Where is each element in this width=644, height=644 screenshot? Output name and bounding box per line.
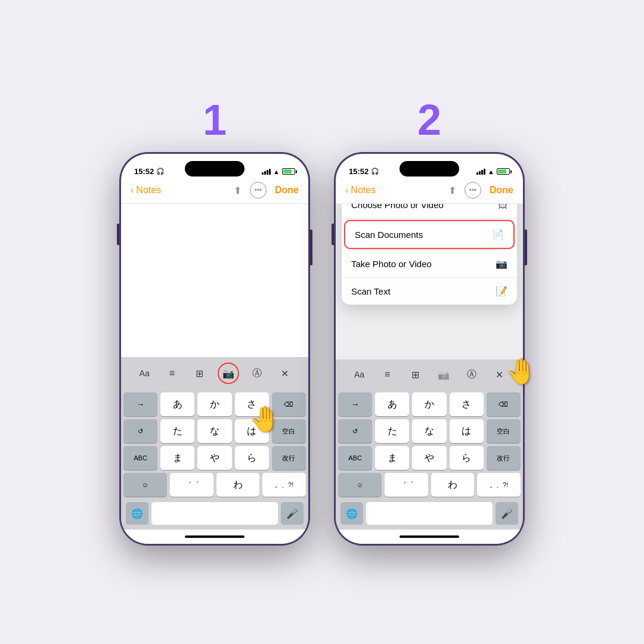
- popup-item-choose[interactable]: Choose Photo or Video 🖼: [342, 204, 517, 218]
- more-button-2[interactable]: •••: [465, 182, 481, 199]
- kb-wa-2[interactable]: わ: [431, 473, 475, 497]
- markup-button-2[interactable]: Ⓐ: [462, 365, 481, 384]
- kb-arrow-1[interactable]: →: [123, 392, 157, 416]
- kb-row2-2: ↺ た な は 空白: [338, 419, 521, 443]
- note-content-1[interactable]: [121, 204, 308, 357]
- kb-a-2[interactable]: あ: [375, 392, 409, 416]
- popup-scan-icon: 📄: [492, 228, 504, 240]
- toolbar-2: Aa ≡ ⊞ 📷 Ⓐ ✕: [336, 360, 523, 389]
- kb-ya-1[interactable]: や: [197, 446, 231, 470]
- popup-item-photo[interactable]: Take Photo or Video 📷: [342, 250, 517, 277]
- list-button-1[interactable]: ≡: [162, 364, 181, 383]
- kb-ra-2[interactable]: ら: [450, 446, 484, 470]
- camera-button-2[interactable]: 📷: [434, 365, 453, 384]
- battery-2: [497, 168, 510, 175]
- kb-mic-2[interactable]: 🎤: [496, 502, 518, 525]
- popup-text-icon: 📝: [496, 285, 507, 296]
- kb-a-1[interactable]: あ: [160, 392, 194, 416]
- kb-ha-2[interactable]: は: [450, 419, 484, 443]
- font-button-2[interactable]: Aa: [350, 365, 369, 384]
- kb-na-1[interactable]: な: [197, 419, 231, 443]
- time-2: 15:52: [349, 167, 369, 176]
- kb-spacebar-1[interactable]: [151, 502, 278, 525]
- kb-ya-2[interactable]: や: [412, 446, 446, 470]
- kb-mic-1[interactable]: 🎤: [281, 502, 304, 525]
- table-button-2[interactable]: ⊞: [406, 365, 425, 384]
- popup-photo-icon: 📷: [496, 258, 507, 269]
- share-icon-2[interactable]: ⬆: [448, 185, 456, 196]
- popup-text-label: Scan Text: [351, 286, 391, 296]
- kb-enter-2[interactable]: 改行: [487, 446, 521, 470]
- share-icon-1[interactable]: ⬆: [234, 185, 242, 196]
- step-2-number: 2: [417, 98, 441, 141]
- kb-row4-1: ☺ ゛゜ わ 。、?!: [123, 473, 306, 497]
- kb-ma-1[interactable]: ま: [160, 446, 194, 470]
- back-label-2[interactable]: Notes: [351, 185, 376, 196]
- wifi-icon-1: ▲: [273, 168, 280, 175]
- kb-enter-1[interactable]: 改行: [272, 446, 306, 470]
- home-bar-2: [400, 535, 459, 538]
- font-button-1[interactable]: Aa: [135, 364, 154, 383]
- note-content-2[interactable]: Choose Photo or Video 🖼 Scan Documents 📄…: [336, 204, 523, 360]
- popup-scan-label: Scan Documents: [355, 229, 423, 239]
- table-button-1[interactable]: ⊞: [190, 364, 209, 383]
- kb-emoji-1[interactable]: ☺: [123, 473, 167, 497]
- kb-del-2[interactable]: ⌫: [487, 392, 521, 416]
- phone-2: 15:52 🎧 ▲: [334, 152, 525, 546]
- kb-punct-2[interactable]: 。、?!: [477, 473, 521, 497]
- kb-space-2[interactable]: 空白: [487, 419, 521, 443]
- markup-button-1[interactable]: Ⓐ: [247, 364, 267, 383]
- signal-1: [262, 169, 271, 175]
- hand-cursor-2: 🤚: [506, 357, 537, 386]
- list-button-2[interactable]: ≡: [378, 365, 397, 384]
- wifi-icon-2: ▲: [488, 168, 494, 175]
- kb-ka-1[interactable]: か: [197, 392, 231, 416]
- kb-globe-2[interactable]: 🌐: [340, 502, 363, 525]
- kb-bottom-2: 🌐 🎤: [338, 500, 521, 526]
- battery-1: [282, 168, 295, 175]
- step-1: 1 15:52 🎧: [119, 98, 310, 546]
- kb-abc-2[interactable]: ABC: [338, 446, 372, 470]
- keyboard-2: → あ か さ ⌫ ↺ た な は 空白 ABC: [336, 389, 523, 530]
- kb-ka-2[interactable]: か: [412, 392, 446, 416]
- kb-ta-2[interactable]: た: [375, 419, 409, 443]
- camera-button-1[interactable]: 📷: [218, 363, 239, 384]
- step-1-number: 1: [203, 98, 227, 141]
- done-button-2[interactable]: Done: [490, 185, 513, 196]
- kb-wa-1[interactable]: わ: [216, 473, 260, 497]
- kb-row3-1: ABC ま や ら 改行: [123, 446, 306, 470]
- kb-ra-1[interactable]: ら: [235, 446, 269, 470]
- kb-sa-2[interactable]: さ: [450, 392, 484, 416]
- home-indicator-1: [121, 530, 308, 544]
- popup-item-scan[interactable]: Scan Documents 📄: [344, 219, 515, 249]
- headphone-icon-1: 🎧: [156, 168, 165, 175]
- headphone-icon-2: 🎧: [371, 168, 379, 175]
- kb-kana-1[interactable]: ゛゜: [170, 473, 213, 497]
- kb-ma-2[interactable]: ま: [375, 446, 409, 470]
- kb-undo-1[interactable]: ↺: [123, 419, 157, 443]
- kb-arrow-2[interactable]: →: [338, 392, 372, 416]
- done-button-1[interactable]: Done: [275, 185, 299, 196]
- kb-kana-2[interactable]: ゛゜: [385, 473, 428, 497]
- kb-undo-2[interactable]: ↺: [338, 419, 372, 443]
- dynamic-island-2: [400, 161, 459, 177]
- kb-emoji-2[interactable]: ☺: [338, 473, 382, 497]
- hand-cursor-1: 🤚: [249, 404, 280, 434]
- kb-globe-1[interactable]: 🌐: [126, 502, 148, 525]
- popup-choose-icon: 🖼: [498, 204, 507, 210]
- back-label-1[interactable]: Notes: [136, 185, 161, 196]
- close-button-1[interactable]: ✕: [275, 364, 295, 383]
- kb-na-2[interactable]: な: [412, 419, 446, 443]
- kb-ta-1[interactable]: た: [160, 419, 194, 443]
- kb-spacebar-2[interactable]: [366, 502, 493, 525]
- kb-punct-1[interactable]: 。、?!: [262, 473, 306, 497]
- more-button-1[interactable]: •••: [250, 182, 267, 199]
- kb-abc-1[interactable]: ABC: [123, 446, 157, 470]
- popup-item-text[interactable]: Scan Text 📝: [342, 277, 517, 304]
- kb-bottom-1: 🌐 🎤: [123, 500, 306, 526]
- time-1: 15:52: [134, 167, 154, 176]
- nav-bar-1: ‹ Notes ⬆ ••• Done: [121, 179, 308, 204]
- step-2: 2 15:52 🎧: [334, 98, 525, 546]
- back-chevron-1: ‹: [131, 185, 134, 196]
- phone-1: 15:52 🎧 ▲: [119, 152, 310, 546]
